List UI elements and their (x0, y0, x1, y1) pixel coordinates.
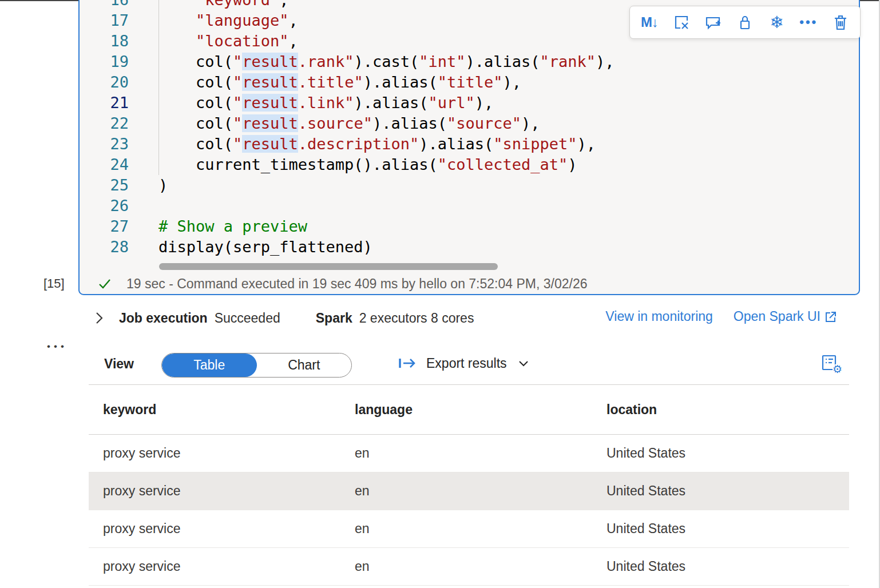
table-cell: en (340, 510, 592, 547)
lock-cell-icon[interactable] (735, 12, 755, 33)
column-header-language[interactable]: language (340, 385, 592, 434)
table-cell: United States (592, 472, 849, 510)
line-number: 18 (80, 31, 129, 51)
column-header-location[interactable]: location (592, 385, 849, 434)
execution-count: [15] (43, 276, 65, 291)
freeze-cell-icon[interactable]: ❄ (767, 12, 787, 33)
tab-table[interactable]: Table (162, 353, 257, 377)
code-line[interactable]: 21 col("result.link").alias("url"), (80, 93, 859, 113)
code-text: col("result.rank").cast("int").alias("ra… (158, 51, 615, 72)
table-cell: proxy service (89, 548, 340, 585)
success-check-icon (97, 276, 113, 292)
table-row[interactable]: proxy serviceenUnited States (89, 510, 849, 548)
gear-icon: ⚙ (833, 364, 842, 375)
code-line[interactable]: 26 (80, 196, 859, 216)
line-number: 20 (80, 72, 129, 93)
notebook-output-region: [15] 16 "keyword",17 "language",18 "loca… (0, 0, 880, 588)
column-header-keyword[interactable]: keyword (89, 385, 340, 434)
code-line[interactable]: 28display(serp_flattened) (80, 237, 859, 257)
table-cell: proxy service (89, 435, 340, 472)
code-line[interactable]: 23 col("result.description").alias("snip… (80, 134, 859, 154)
code-line[interactable]: 24 current_timestamp().alias("collected_… (80, 154, 859, 175)
code-text: col("result.link").alias("url"), (158, 93, 493, 113)
view-label: View (104, 356, 134, 372)
line-number: 28 (80, 237, 129, 257)
open-spark-ui-link[interactable]: Open Spark UI (734, 309, 838, 324)
code-text: "keyword", (158, 0, 289, 10)
line-number: 17 (80, 10, 129, 31)
table-cell: en (340, 548, 592, 585)
chevron-down-icon (516, 355, 532, 371)
code-text: current_timestamp().alias("collected_at"… (158, 154, 577, 175)
code-text: col("result.title").alias("title"), (158, 72, 521, 93)
code-text: display(serp_flattened) (158, 237, 372, 257)
code-line[interactable]: 19 col("result.rank").cast("int").alias(… (80, 51, 859, 72)
export-results-button[interactable]: Export results (397, 355, 532, 372)
delete-cell-icon[interactable] (830, 12, 851, 33)
more-commands-icon[interactable]: ••• (798, 12, 819, 33)
table-cell: en (340, 472, 592, 510)
external-link-icon (824, 310, 838, 324)
table-cell: proxy service (89, 510, 340, 547)
code-line[interactable]: 27# Show a preview (80, 216, 859, 237)
table-row[interactable]: proxy serviceenUnited States (89, 472, 849, 510)
chevron-right-icon[interactable] (92, 309, 106, 327)
line-number: 27 (80, 216, 129, 237)
code-text: "location", (158, 31, 298, 51)
line-number: 26 (80, 196, 129, 216)
code-line[interactable]: 20 col("result.title").alias("title"), (80, 72, 859, 93)
code-text: col("result.description").alias("snippet… (158, 134, 596, 154)
tab-chart[interactable]: Chart (257, 353, 352, 377)
line-number: 19 (80, 51, 129, 72)
job-links: View in monitoring Open Spark UI (605, 309, 838, 324)
line-number: 24 (80, 154, 129, 175)
cell-toolbar: M↓ ❄ ••• (629, 6, 861, 39)
line-number: 22 (80, 113, 129, 134)
results-table-body: proxy serviceenUnited Statesproxy servic… (89, 435, 849, 586)
export-results-label: Export results (426, 356, 507, 371)
code-line[interactable]: 22 col("result.source").alias("source"), (80, 113, 859, 134)
line-number: 21 (80, 93, 129, 113)
table-cell: United States (592, 435, 849, 472)
line-number: 25 (80, 175, 129, 196)
code-text: # Show a preview (158, 216, 307, 237)
table-row[interactable]: proxy serviceenUnited States (89, 435, 849, 472)
job-execution-label: Job execution (119, 311, 208, 326)
table-cell: United States (592, 510, 849, 547)
code-text: ) (158, 175, 168, 196)
export-icon (397, 355, 418, 372)
line-number: 23 (80, 134, 129, 154)
job-status: Succeeded (215, 311, 280, 326)
code-line[interactable]: 25) (80, 175, 859, 196)
clear-outputs-icon[interactable] (671, 12, 692, 33)
code-cell[interactable]: 16 "keyword",17 "language",18 "location"… (78, 0, 860, 295)
table-cell: proxy service (89, 472, 340, 510)
add-comment-icon[interactable] (703, 12, 723, 33)
line-number: 16 (80, 0, 129, 10)
spark-label: Spark (316, 311, 352, 326)
job-execution-row: Job execution Succeeded Spark 2 executor… (92, 308, 474, 328)
code-text: col("result.source").alias("source"), (158, 113, 540, 134)
cell-status-text: 19 sec - Command executed in 19 sec 409 … (126, 276, 587, 292)
table-row[interactable]: proxy serviceenUnited States (89, 548, 849, 586)
customize-table-icon[interactable]: ⚙ (820, 353, 840, 373)
table-header-row: keyword language location (89, 384, 849, 435)
code-text: "language", (158, 10, 298, 31)
convert-to-markdown-icon[interactable]: M↓ (639, 12, 660, 33)
table-cell: United States (592, 548, 849, 585)
spark-info: 2 executors 8 cores (359, 311, 474, 326)
horizontal-scrollbar[interactable] (159, 263, 498, 270)
table-cell: en (340, 435, 592, 472)
cell-status-bar: 19 sec - Command executed in 19 sec 409 … (97, 276, 587, 292)
results-table: keyword language location proxy servicee… (89, 384, 849, 586)
view-in-monitoring-link[interactable]: View in monitoring (605, 309, 713, 324)
output-more-options[interactable]: ••• (47, 341, 68, 352)
view-toggle: Table Chart (161, 353, 352, 378)
